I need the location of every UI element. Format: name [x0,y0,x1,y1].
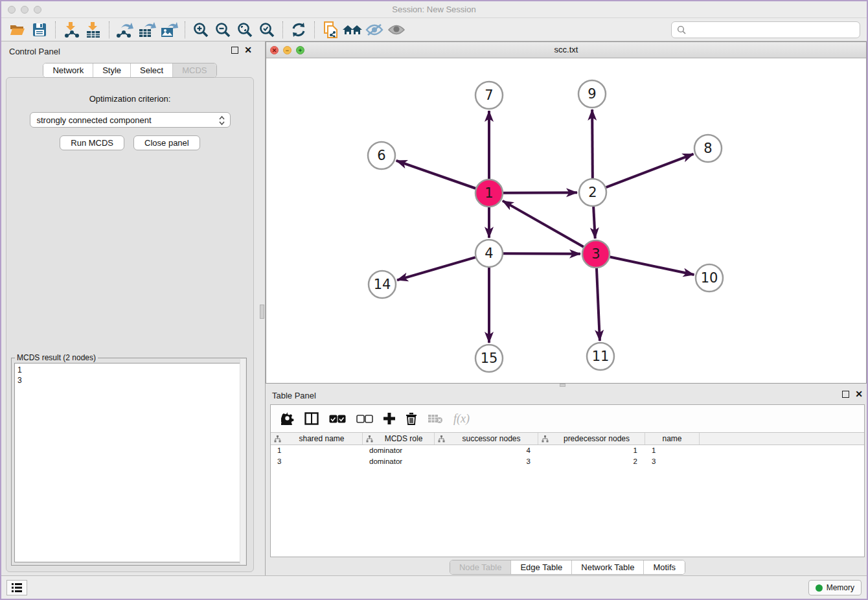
graph-node-2[interactable]: 2 [579,179,606,206]
graph-node-14[interactable]: 14 [369,271,396,298]
table-tab-edge-table[interactable]: Edge Table [511,560,572,574]
table-tab-node-table[interactable]: Node Table [450,560,512,574]
tab-mcds[interactable]: MCDS [173,63,216,77]
mcds-result-text[interactable]: 1 3 [14,363,244,562]
graph-node-15[interactable]: 15 [475,345,503,372]
mcds-result-scrollbar[interactable] [240,359,246,564]
zoom-in-button[interactable] [190,20,212,40]
show-panels-button[interactable] [385,20,407,40]
graph-node-10[interactable]: 10 [696,264,723,292]
table-tabs: Node TableEdge TableNetwork TableMotifs [266,560,868,575]
task-history-button[interactable] [6,580,27,595]
zoom-in-icon [192,21,209,38]
export-image-button[interactable] [158,20,180,40]
graph-node-1[interactable]: 1 [475,179,503,207]
graph-node-7[interactable]: 7 [475,82,503,109]
graph-node-3[interactable]: 3 [582,240,610,268]
deselect-all-checkboxes-button[interactable] [356,415,373,423]
cell-name[interactable]: 3 [645,456,700,467]
edge-3-1[interactable] [503,201,584,247]
close-panel-icon[interactable]: ✕ [244,47,252,54]
first-neighbors-button[interactable] [319,20,341,40]
delete-column-button[interactable] [405,412,417,425]
table-settings-button[interactable] [281,412,294,425]
function-builder-button[interactable]: f(x) [453,412,470,426]
column-header-mcds-role[interactable]: MCDS role [363,433,435,444]
delete-table-button[interactable] [428,413,443,424]
home-button[interactable] [341,20,363,40]
save-floppy-icon [32,22,47,38]
zoom-selected-button[interactable] [256,20,278,40]
search-input[interactable] [686,23,860,37]
network-canvas[interactable]: 1234678910111415 [266,58,866,383]
add-column-button[interactable] [383,413,395,424]
close-panel-button[interactable]: Close panel [133,135,200,150]
search-field[interactable] [671,21,860,38]
table-row-2[interactable]: 3dominator323 [271,456,864,467]
edge-2-3[interactable] [593,207,595,238]
tab-select[interactable]: Select [131,63,173,77]
table-tab-motifs[interactable]: Motifs [644,560,685,574]
import-network-icon [63,21,80,38]
graph-node-9[interactable]: 9 [578,80,606,108]
cell-successor-nodes[interactable]: 4 [435,445,538,456]
edge-2-9[interactable] [592,110,593,178]
graph-node-11[interactable]: 11 [587,343,614,370]
close-panel-icon[interactable]: ✕ [855,391,863,398]
tab-network[interactable]: Network [43,63,93,77]
hide-panels-button[interactable] [363,20,385,40]
float-panel-icon[interactable] [231,47,238,54]
cell-predecessor-nodes[interactable]: 2 [538,456,645,467]
edge-4-14[interactable] [397,257,475,280]
network-window-titlebar[interactable]: ✕ − + scc.txt [266,42,866,58]
import-table-button[interactable] [82,20,104,40]
column-type-icon [366,435,373,443]
tab-style[interactable]: Style [93,63,131,77]
graph-node-8[interactable]: 8 [694,135,722,162]
run-mcds-button[interactable]: Run MCDS [60,135,124,150]
cell-shared-name[interactable]: 3 [271,456,363,467]
plus-icon [383,413,395,424]
edge-4-3[interactable] [503,253,580,254]
table-row-1[interactable]: 1dominator411 [271,445,864,456]
graph-node-4[interactable]: 4 [475,240,503,267]
edge-1-6[interactable] [396,161,476,189]
import-network-button[interactable] [60,20,82,40]
zoom-fit-button[interactable] [234,20,256,40]
column-header-successor-nodes[interactable]: successor nodes [435,433,538,444]
column-header-shared-name[interactable]: shared name [271,433,363,444]
cell-successor-nodes[interactable]: 3 [435,456,538,467]
export-network-button[interactable] [114,20,136,40]
table-tab-network-table[interactable]: Network Table [572,560,644,574]
select-all-checkboxes-button[interactable] [329,415,346,423]
open-session-button[interactable] [6,20,29,40]
float-panel-icon[interactable] [842,391,849,398]
zoom-out-button[interactable] [212,20,234,40]
export-table-button[interactable] [136,20,158,40]
control-panel-header: Control Panel ✕ [1,41,258,61]
cell-shared-name[interactable]: 1 [271,445,363,456]
cell-mcds-role[interactable]: dominator [363,445,435,456]
network-window-title: scc.txt [266,45,866,54]
column-header-predecessor-nodes[interactable]: predecessor nodes [538,433,645,444]
refresh-layout-button[interactable] [288,20,310,40]
edge-3-10[interactable] [610,257,694,275]
column-selector-button[interactable] [304,412,319,425]
toolbar-separator [185,21,185,38]
svg-text:6: 6 [377,148,385,163]
edge-1-2[interactable] [503,192,577,193]
column-header-name[interactable]: name [645,433,700,444]
splitter-grip[interactable] [260,305,264,319]
cell-name[interactable]: 1 [645,445,700,456]
eye-icon [387,23,405,37]
memory-button[interactable]: Memory [808,580,862,595]
graph-node-6[interactable]: 6 [368,142,395,169]
edge-2-8[interactable] [606,154,694,188]
vertical-splitter[interactable] [258,41,266,577]
cell-mcds-role[interactable]: dominator [363,456,435,467]
criterion-dropdown[interactable]: strongly connected component [30,112,231,128]
svg-text:8: 8 [703,141,712,156]
save-session-button[interactable] [29,20,51,40]
cell-predecessor-nodes[interactable]: 1 [538,445,645,456]
edge-3-11[interactable] [597,268,600,341]
